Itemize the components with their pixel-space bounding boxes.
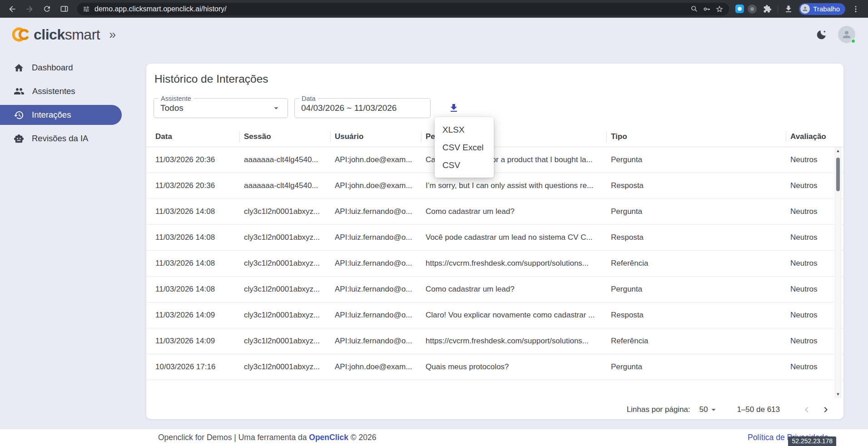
previous-page-button[interactable] xyxy=(799,402,814,417)
sidebar-item-label: Dashboard xyxy=(32,63,73,73)
rows-per-page-select[interactable]: 50 xyxy=(699,405,719,415)
logo-text: clicksmart xyxy=(34,26,100,43)
ip-address-badge: 52.252.23.178 xyxy=(788,436,836,446)
table-body: 11/03/2026 20:36 aaaaaaa-clt4lg4540... A… xyxy=(146,147,843,380)
cell-date: 11/03/2026 14:08 xyxy=(155,259,244,268)
menu-item-csv-excel[interactable]: CSV Excel xyxy=(435,139,494,156)
table-row[interactable]: 11/03/2026 14:09 cly3c1l2n0001abxyz... A… xyxy=(146,328,843,354)
sidebar-item-interacoes[interactable]: Interações xyxy=(0,105,122,125)
cell-date: 10/03/2026 17:16 xyxy=(155,362,244,372)
export-download-button[interactable] xyxy=(447,101,461,115)
table-row[interactable]: 11/03/2026 14:08 cly3c1l2n0001abxyz... A… xyxy=(146,225,843,251)
cell-message: Como cadastrar um lead? xyxy=(426,207,611,216)
side-panel-icon[interactable] xyxy=(57,2,71,16)
openclick-link[interactable]: OpenClick xyxy=(309,433,348,442)
cell-rating: Neutros xyxy=(790,233,832,242)
date-field-label: Data xyxy=(299,95,318,102)
extensions-puzzle-icon[interactable] xyxy=(760,2,774,16)
home-icon xyxy=(14,63,24,73)
cell-session: aaaaaaa-clt4lg4540... xyxy=(244,181,335,190)
assistant-select[interactable]: Assistente Todos xyxy=(154,98,288,118)
chevron-left-icon xyxy=(801,404,812,415)
pagination-range: 1–50 de 613 xyxy=(737,405,780,414)
table-row[interactable]: 11/03/2026 14:09 cly3c1l2n0001abxyz... A… xyxy=(146,302,843,328)
scrollbar-track[interactable] xyxy=(835,154,841,391)
cell-rating: Neutros xyxy=(790,362,832,372)
cell-session: cly3c1l2n0001abxyz... xyxy=(244,233,335,242)
sidebar-item-assistentes[interactable]: Assistentes xyxy=(0,81,122,101)
sidebar-collapse-icon[interactable]: » xyxy=(109,29,116,41)
profile-avatar xyxy=(800,4,810,14)
cell-type: Referência xyxy=(611,337,790,346)
url-text[interactable]: demo.app.clicksmart.openclick.ai/history… xyxy=(94,5,686,13)
refresh-icon[interactable] xyxy=(40,2,54,16)
cell-user: API:luiz.fernando@o... xyxy=(335,233,426,242)
extension-icon-blue[interactable] xyxy=(735,5,744,13)
cell-session: cly3c1l2n0001abxyz... xyxy=(244,285,335,294)
table-row[interactable]: 11/03/2026 14:08 cly3c1l2n0001abxyz... A… xyxy=(146,277,843,302)
sidebar-item-dashboard[interactable]: Dashboard xyxy=(0,58,122,78)
column-header-usuario: Usuário xyxy=(335,132,426,141)
menu-item-xlsx[interactable]: XLSX xyxy=(435,121,494,139)
cell-date: 11/03/2026 14:08 xyxy=(155,233,244,242)
table-row[interactable]: 11/03/2026 14:08 cly3c1l2n0001abxyz... A… xyxy=(146,199,843,225)
cell-user: API:luiz.fernando@o... xyxy=(335,285,426,294)
menu-item-csv[interactable]: CSV xyxy=(435,156,494,174)
chevron-down-icon xyxy=(271,103,281,113)
cell-type: Resposta xyxy=(611,311,790,320)
scroll-down-icon[interactable]: ▼ xyxy=(836,391,840,397)
bookmark-star-icon[interactable] xyxy=(715,5,724,13)
password-key-icon[interactable] xyxy=(703,5,711,13)
sidebar-item-label: Assistentes xyxy=(32,86,75,96)
cell-type: Resposta xyxy=(611,233,790,242)
cell-type: Pergunta xyxy=(611,285,790,294)
scrollbar-thumb[interactable] xyxy=(836,158,840,191)
table-row[interactable]: 11/03/2026 20:36 aaaaaaa-clt4lg4540... A… xyxy=(146,147,843,173)
cell-user: API:luiz.fernando@o... xyxy=(335,259,426,268)
cell-user: API:john.doe@exam... xyxy=(335,362,426,372)
table-row[interactable]: 11/03/2026 20:36 aaaaaaa-clt4lg4540... A… xyxy=(146,173,843,199)
cell-rating: Neutros xyxy=(790,155,832,164)
app-footer: Openclick for Demos | Uma ferramenta da … xyxy=(0,429,868,446)
user-avatar[interactable] xyxy=(838,26,855,43)
browser-profile-chip[interactable]: Trabalho xyxy=(799,3,845,15)
clicksmart-logo[interactable]: clicksmart xyxy=(8,26,100,43)
cell-date: 11/03/2026 14:09 xyxy=(155,337,244,346)
zoom-icon[interactable] xyxy=(690,5,698,13)
downloads-icon[interactable] xyxy=(782,2,795,16)
date-range-field[interactable]: Data 04/03/2026 ~ 11/03/2026 xyxy=(294,98,431,118)
scroll-up-icon[interactable]: ▲ xyxy=(836,148,840,154)
sidebar-item-label: Interações xyxy=(32,110,71,120)
next-page-button[interactable] xyxy=(818,402,833,417)
assistant-select-label: Assistente xyxy=(159,95,193,102)
cell-date: 11/03/2026 20:36 xyxy=(155,181,244,190)
sidebar-item-revisoes-ia[interactable]: Revisões da IA xyxy=(0,129,122,149)
address-bar[interactable]: demo.app.clicksmart.openclick.ai/history… xyxy=(77,3,729,15)
column-header-tipo: Tipo xyxy=(611,132,790,141)
page-title: Histórico de Interações xyxy=(154,73,268,85)
profile-name: Trabalho xyxy=(813,5,840,13)
cell-type: Resposta xyxy=(611,181,790,190)
date-field-value: 04/03/2026 ~ 11/03/2026 xyxy=(301,103,397,113)
extension-icon-dark[interactable] xyxy=(748,5,757,14)
cell-session: cly3c1l2n0001abxyz... xyxy=(244,337,335,346)
cell-date: 11/03/2026 14:09 xyxy=(155,311,244,320)
cell-message: https://cvcrm.freshdesk.com/support/solu… xyxy=(426,259,611,268)
table-row[interactable]: 11/03/2026 14:08 cly3c1l2n0001abxyz... A… xyxy=(146,251,843,277)
back-icon[interactable] xyxy=(5,2,19,16)
column-header-avaliacao: Avaliação xyxy=(790,132,832,141)
browser-menu-icon[interactable] xyxy=(849,2,863,16)
cell-session: cly3c1l2n0001abxyz... xyxy=(244,311,335,320)
cell-rating: Neutros xyxy=(790,207,832,216)
cell-user: API:luiz.fernando@o... xyxy=(335,337,426,346)
site-settings-icon[interactable] xyxy=(83,5,90,13)
cell-message: Claro! Vou explicar novamente como cadas… xyxy=(426,311,611,320)
forward-icon[interactable] xyxy=(23,2,36,16)
cell-session: cly3c1l2n0001abxyz... xyxy=(244,362,335,372)
dark-mode-toggle[interactable] xyxy=(812,25,831,44)
cell-message: Quais meus protocolos? xyxy=(426,362,611,372)
table-row[interactable]: 10/03/2026 17:16 cly3c1l2n0001abxyz... A… xyxy=(146,354,843,380)
cell-date: 11/03/2026 20:36 xyxy=(155,155,244,164)
history-icon xyxy=(14,110,24,120)
table-scrollbar[interactable]: ▲ ▼ xyxy=(835,147,841,398)
